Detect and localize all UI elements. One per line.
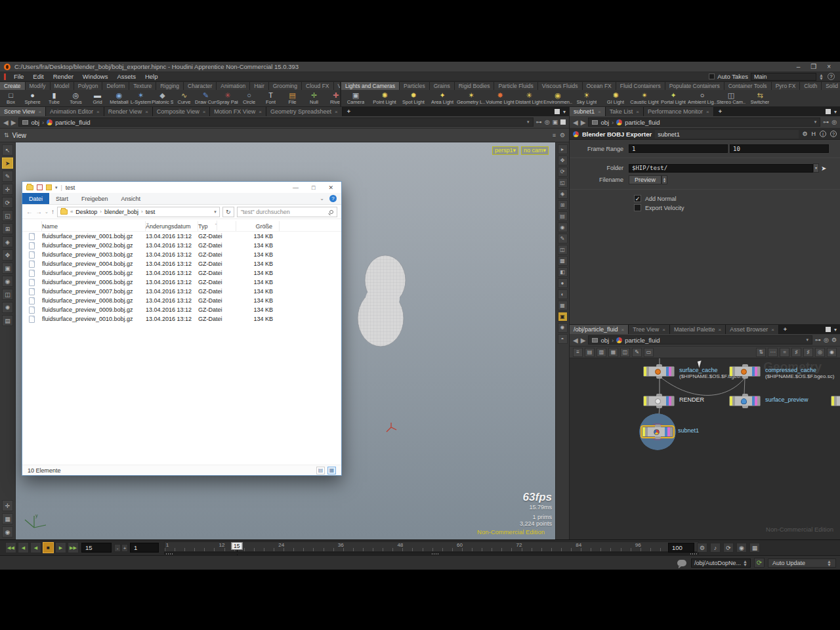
range-end-field[interactable]: 100: [668, 543, 694, 553]
close-tab-icon[interactable]: ×: [706, 109, 709, 115]
jump-end-button[interactable]: ▶▶: [68, 542, 79, 553]
explorer-close-button[interactable]: ✕: [328, 184, 333, 191]
play-reverse-button[interactable]: ◀: [30, 542, 41, 553]
breadcrumb-overflow-icon[interactable]: «: [70, 209, 73, 215]
display-option-icon-9[interactable]: ◫: [558, 245, 568, 255]
viewport-tool-icon-1[interactable]: ➤: [2, 158, 13, 169]
shelf-tab-particle-fluids[interactable]: Particle Fluids: [494, 82, 537, 90]
shelf-tool-curve[interactable]: ∿Curve: [173, 90, 195, 106]
menu-assets[interactable]: Assets: [112, 73, 140, 80]
add-pane-tab-icon[interactable]: +: [714, 107, 726, 116]
close-tab-icon[interactable]: ×: [771, 327, 774, 333]
houdini-engine-icon[interactable]: H: [812, 131, 816, 137]
close-tab-icon[interactable]: ×: [335, 109, 338, 115]
shelf-tool-point-light[interactable]: ✺Point Light: [370, 90, 399, 106]
file-row[interactable]: fluidsurface_preview_0009.bobj.gz13.04.2…: [22, 305, 341, 314]
pane-menu-icon[interactable]: ▾: [834, 327, 837, 333]
viewport-tool-icon-8[interactable]: ✥: [2, 249, 13, 261]
file-row[interactable]: fluidsurface_preview_0005.bobj.gz13.04.2…: [22, 268, 341, 278]
shelf-tool-ambient-lig[interactable]: ○Ambient Lig...: [688, 90, 717, 106]
range-start-field[interactable]: 1: [130, 543, 159, 553]
radar-icon[interactable]: ◎: [831, 119, 837, 125]
shelf-tool-draw-curve[interactable]: ✎Draw Curve: [195, 90, 217, 106]
explorer-help-icon[interactable]: ?: [329, 195, 337, 202]
menu-help[interactable]: Help: [140, 73, 163, 80]
display-option-icon-7[interactable]: ◉: [558, 222, 568, 232]
frame-ruler[interactable]: 1122436486072849615: [164, 541, 699, 552]
address-bar[interactable]: «Desktop›blender_bobj›test ▾: [57, 207, 220, 217]
pane-tab-tree-view[interactable]: Tree View×: [629, 325, 670, 334]
pane-maximize-icon[interactable]: [560, 119, 566, 125]
viewport-tool-icon-7[interactable]: ◈: [2, 236, 13, 247]
help-icon[interactable]: ?: [828, 73, 835, 80]
auto-takes-checkbox[interactable]: [709, 74, 715, 79]
range-grip-center[interactable]: [432, 553, 438, 555]
node-partial[interactable]: [831, 396, 840, 406]
node-compressed-cache[interactable]: compressed_cache($HIPNAME.$OS.$F.bgeo.sc…: [729, 366, 761, 377]
pane-tab-material-palette[interactable]: Material Palette×: [670, 325, 726, 334]
radar-icon[interactable]: ◎: [545, 119, 550, 125]
gear-icon[interactable]: ⚙: [802, 131, 807, 137]
checkbox-export-velocity[interactable]: [634, 204, 641, 211]
current-frame-field[interactable]: 15: [81, 543, 112, 553]
viewport-tool-icon-9[interactable]: ▣: [2, 262, 13, 274]
realtime-icon[interactable]: ◉: [736, 543, 747, 553]
viewport-tool-icon-6[interactable]: ⊞: [2, 223, 13, 234]
jump-start-button[interactable]: ◀◀: [5, 542, 16, 553]
viewport-tool-icon-3[interactable]: ✛: [2, 184, 13, 195]
net-view-icon-1[interactable]: ⋯: [768, 348, 778, 357]
shelf-tool-box[interactable]: □Box: [0, 90, 22, 106]
gear-icon[interactable]: ⚙: [831, 337, 837, 343]
shelf-tab-modify[interactable]: Modify: [26, 82, 51, 90]
net-tool-icon-4[interactable]: ◫: [620, 348, 630, 357]
node-render[interactable]: RENDER: [643, 396, 675, 406]
shelf-tool-circle[interactable]: ○Circle: [238, 90, 260, 106]
close-tab-icon[interactable]: ×: [662, 327, 665, 333]
file-row[interactable]: fluidsurface_preview_0004.bobj.gz13.04.2…: [22, 259, 341, 268]
checkbox-add-normal[interactable]: ✓: [634, 195, 641, 202]
crumb-dropdown-icon[interactable]: ▾: [814, 119, 817, 125]
shelf-tool-camera[interactable]: ▣Camera: [341, 90, 370, 106]
close-tab-icon[interactable]: ×: [38, 109, 41, 115]
shelf-tab-container-tools[interactable]: Container Tools: [724, 82, 772, 90]
pane-tab-motion-fx-view[interactable]: Motion FX View×: [210, 107, 266, 116]
display-option-icon-0[interactable]: ▸: [558, 144, 568, 154]
explorer-up-icon[interactable]: ↑: [51, 208, 54, 215]
close-tab-icon[interactable]: ×: [145, 109, 148, 115]
network-breadcrumb[interactable]: obj›particle_fluid▾: [588, 117, 820, 127]
details-view-icon[interactable]: ▤: [316, 467, 325, 474]
shelf-tab-lights-and-cameras[interactable]: Lights and Cameras: [341, 82, 400, 90]
viewport-bottom-tool-icon-0[interactable]: ✛: [2, 500, 13, 511]
viewport-tool-icon-0[interactable]: ↖: [2, 144, 13, 156]
pane-tab-take-list[interactable]: Take List×: [606, 107, 644, 116]
shelf-tool-area-light[interactable]: ✦Area Light: [428, 90, 457, 106]
net-tool-icon-6[interactable]: ▭: [644, 348, 654, 357]
view-mode-icon[interactable]: ⇅: [4, 132, 9, 138]
display-option-icon-6[interactable]: ▤: [558, 211, 568, 221]
shelf-tab-ocean-fx[interactable]: Ocean FX: [583, 82, 616, 90]
net-view-icon-6[interactable]: ◉: [827, 348, 837, 357]
thumbnails-view-icon[interactable]: ▦: [327, 467, 336, 474]
display-option-icon-11[interactable]: ◧: [558, 267, 568, 277]
search-box[interactable]: "test" durchsuchen: [237, 207, 337, 217]
shelf-tool-volume-light[interactable]: ✸Volume Light: [486, 90, 514, 106]
shelf-tab-cloth[interactable]: Cloth: [800, 82, 822, 90]
node-surface-cache[interactable]: surface_cache($HIPNAME.$OS.$F.bgeo...): [643, 366, 675, 377]
network-breadcrumb[interactable]: obj›particle_fluid▾: [18, 117, 533, 127]
view-menu-icon[interactable]: ≡: [553, 132, 556, 138]
frame-end-field[interactable]: 10: [730, 144, 829, 153]
shelf-tool-rivet[interactable]: ✚Rivet: [325, 90, 340, 106]
radar-icon[interactable]: ◎: [824, 337, 829, 343]
help-icon[interactable]: ?: [830, 131, 837, 137]
breadcrumb-blender-bobj[interactable]: blender_bobj: [104, 209, 138, 215]
shelf-tab-polygon[interactable]: Polygon: [74, 82, 103, 90]
folder-field[interactable]: $HIP/test/: [629, 164, 813, 173]
close-tab-icon[interactable]: ×: [718, 327, 721, 333]
ribbon-tab-freigeben[interactable]: Freigeben: [75, 193, 115, 204]
viewport-bottom-tool-icon-2[interactable]: ◉: [2, 526, 13, 537]
display-option-icon-12[interactable]: ●: [558, 278, 568, 288]
network-graph[interactable]: Geometry Non-Commercial Edition surfac: [570, 358, 840, 539]
shelf-tool-sky-light[interactable]: ☀Sky Light: [572, 90, 601, 106]
add-pane-tab-icon[interactable]: +: [779, 325, 791, 334]
net-tool-icon-2[interactable]: ▥: [597, 348, 606, 357]
